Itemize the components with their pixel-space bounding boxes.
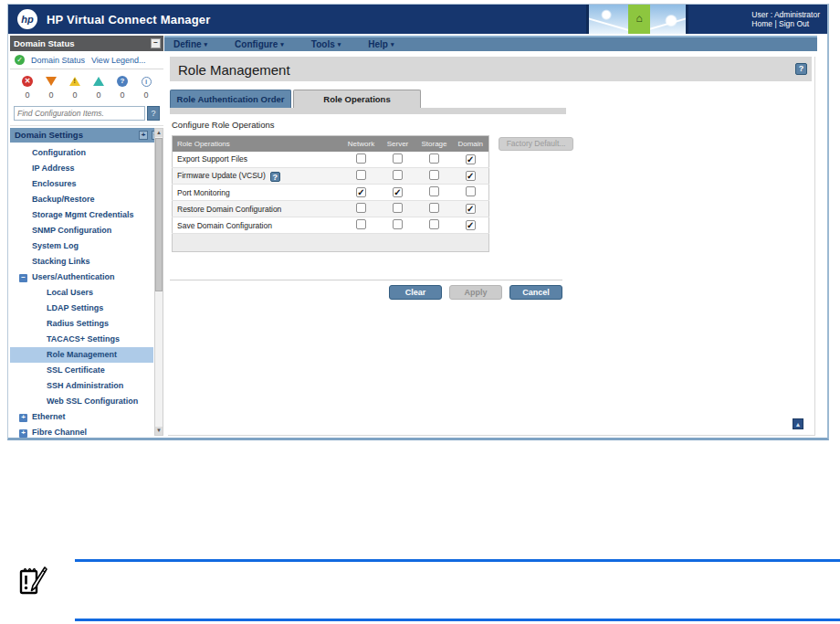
checkbox-checked[interactable]: ✓ [466,220,476,230]
column-header-server: Server [380,136,416,152]
sidebar-item-ip-address[interactable]: IP Address [10,161,153,176]
role-operations-table: Role OperationsNetworkServerStorageDomai… [172,135,489,252]
checkbox-unchecked[interactable] [466,186,476,196]
chevron-down-icon: ▾ [391,41,394,48]
domain-status-header: Domain Status − [10,36,163,51]
row-label: Save Domain Configuration [173,217,343,234]
minimize-button[interactable]: − [151,38,161,48]
checkbox-unchecked[interactable] [393,153,403,164]
menu-help[interactable]: Help▾ [368,37,394,51]
tree-toggle-icon[interactable]: + [19,414,27,422]
tab-role-operations[interactable]: Role Operations [293,90,421,108]
checkbox-checked[interactable]: ✓ [393,187,403,197]
note-rule-top [75,559,840,562]
checkbox-unchecked[interactable] [356,170,366,180]
checkbox-unchecked[interactable] [393,203,403,213]
checkbox-checked[interactable]: ✓ [466,154,476,164]
view-legend-link[interactable]: View Legend... [91,56,145,65]
sidebar-item-snmp-configuration[interactable]: SNMP Configuration [10,223,153,238]
sidebar: Domain Status − ✓ Domain Status View Leg… [10,36,163,436]
sidebar-item-users-authentication[interactable]: −Users/Authentication [10,270,153,285]
expand-all-button[interactable]: + [139,131,148,140]
sidebar-item-label: System Log [32,241,79,250]
app-title: HP Virtual Connect Manager [47,13,211,26]
checkbox-checked[interactable]: ✓ [466,171,476,181]
normal-status-icon [93,77,104,86]
minor-status-icon: ! [69,77,80,86]
search-input[interactable] [14,106,145,121]
search-go-button[interactable]: ? [147,106,160,121]
sidebar-item-system-log[interactable]: System Log [10,238,153,254]
page-title: Role Management [178,62,290,78]
info-status-icon: i [142,77,152,87]
column-header-role-operations: Role Operations [173,136,343,152]
sidebar-item-storage-mgmt-credentials[interactable]: Storage Mgmt Credentials [10,207,153,223]
domain-status-link[interactable]: Domain Status [31,56,85,65]
row-label: Export Support Files [173,152,343,168]
sidebar-item-backup-restore[interactable]: Backup/Restore [10,192,153,207]
sidebar-item-stacking-links[interactable]: Stacking Links [10,254,153,270]
unknown-status-icon: ? [117,76,128,87]
tree-toggle-icon[interactable]: − [19,274,27,282]
checkbox-unchecked[interactable] [429,170,439,180]
home-link[interactable]: Home [751,19,772,28]
checkbox-unchecked[interactable] [429,219,439,229]
checkbox-unchecked[interactable] [393,219,403,229]
sign-out-link[interactable]: Sign Out [779,19,809,28]
checkbox-unchecked[interactable] [356,219,366,229]
menu-tools[interactable]: Tools▾ [311,37,341,51]
sidebar-item-label: Web SSL Configuration [47,397,138,406]
main-area: Define▾Configure▾Tools▾Help▾ Role Manage… [164,36,817,436]
checkbox-unchecked[interactable] [429,203,439,213]
top-header-bar: hp HP Virtual Connect Manager ⌂ User : A… [8,5,827,34]
sidebar-item-tacacs-settings[interactable]: TACACS+ Settings [10,332,153,347]
menu-define[interactable]: Define▾ [173,37,207,51]
sidebar-item-label: TACACS+ Settings [47,334,120,344]
row-help-button[interactable]: ? [270,172,280,182]
sidebar-scrollbar[interactable]: ▲ ▼ [154,128,163,436]
scrollbar-thumb[interactable] [155,138,163,291]
domain-status-title: Domain Status [14,38,75,48]
cancel-button[interactable]: Cancel [509,285,562,300]
sidebar-item-role-management[interactable]: Role Management [10,347,153,363]
major-status-icon-count: 0 [39,90,63,100]
factory-default-button[interactable]: Factory Default... [499,137,573,151]
checkbox-unchecked[interactable] [393,170,403,180]
critical-status-icon: ✕ [22,76,33,87]
clear-button[interactable]: Clear [389,285,442,300]
checkbox-unchecked[interactable] [429,186,439,196]
row-label: Firmware Update (VCSU)? [173,168,343,185]
sidebar-item-web-ssl-configuration[interactable]: Web SSL Configuration [10,394,153,409]
checkbox-unchecked[interactable] [356,153,366,164]
scrollbar-up-icon[interactable]: ▲ [155,129,163,137]
checkbox-unchecked[interactable] [356,203,366,213]
sidebar-item-local-users[interactable]: Local Users [10,285,153,301]
sidebar-item-ssl-certificate[interactable]: SSL Certificate [10,363,153,378]
settings-tree: ConfigurationIP AddressEnclosuresBackup/… [10,143,153,440]
critical-status-icon-count: 0 [16,90,39,100]
checkbox-checked[interactable]: ✓ [466,204,476,214]
sidebar-item-fibre-channel[interactable]: +Fibre Channel [10,425,153,440]
checkbox-unchecked[interactable] [429,153,439,164]
status-ok-icon: ✓ [15,55,25,65]
sidebar-item-ldap-settings[interactable]: LDAP Settings [10,301,153,316]
sidebar-item-ethernet[interactable]: +Ethernet [10,409,153,425]
tree-toggle-icon[interactable]: + [19,429,27,438]
checkbox-checked[interactable]: ✓ [356,187,366,197]
sidebar-item-label: Stacking Links [32,257,90,266]
note-icon [16,564,49,600]
scroll-to-top-button[interactable]: ▲ [793,418,803,429]
sidebar-item-label: IP Address [32,164,75,173]
sidebar-item-enclosures[interactable]: Enclosures [10,176,153,192]
sidebar-item-configuration[interactable]: Configuration [10,145,153,161]
tab-role-authentication-order[interactable]: Role Authentication Order [170,90,291,108]
info-status-icon-count: 0 [134,90,158,100]
menu-configure[interactable]: Configure▾ [235,37,284,51]
table-row: Restore Domain Configuration✓ [173,201,489,217]
scrollbar-down-icon[interactable]: ▼ [155,427,163,435]
page-help-button[interactable]: ? [795,63,807,75]
sidebar-item-label: Ethernet [32,412,66,421]
sidebar-item-radius-settings[interactable]: Radius Settings [10,316,153,332]
sidebar-item-label: Configuration [32,148,86,157]
sidebar-item-ssh-administration[interactable]: SSH Administration [10,378,153,394]
